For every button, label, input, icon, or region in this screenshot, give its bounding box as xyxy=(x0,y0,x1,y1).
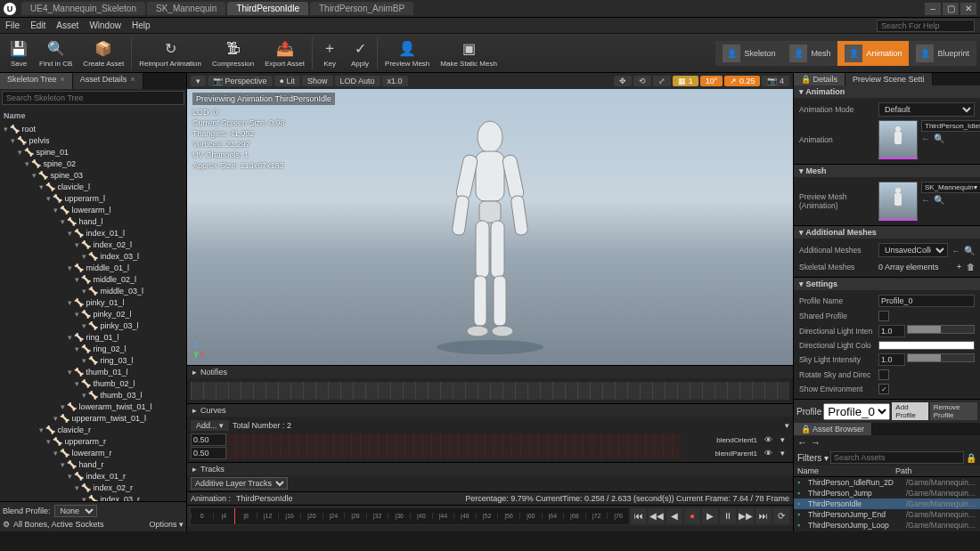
add-element-button[interactable]: ＋ xyxy=(955,261,963,272)
nav-back-button[interactable]: ← xyxy=(797,437,807,448)
use-icon[interactable]: ← xyxy=(921,195,930,205)
tab-skeleton-tree[interactable]: Skeleton Tree× xyxy=(0,73,73,89)
visibility-toggle[interactable]: 👁 xyxy=(761,449,775,458)
mode-animation-button[interactable]: 👤Animation xyxy=(837,41,909,66)
goto-end-button[interactable]: ⏭ xyxy=(755,508,772,524)
bone-node[interactable]: ▾🦴 clavicle_l xyxy=(4,182,183,193)
bone-node[interactable]: ▾🦴 upperarm_l xyxy=(4,193,183,205)
use-icon[interactable]: ← xyxy=(951,246,960,255)
bone-node[interactable]: ▾🦴 lowerarm_twist_01_l xyxy=(4,401,183,413)
bone-node[interactable]: ▾🦴 middle_02_l xyxy=(4,274,183,286)
sky-light-slider[interactable] xyxy=(907,353,975,362)
search-icon[interactable]: 🔍 xyxy=(964,246,975,255)
document-tab[interactable]: ThirdPerson_AnimBP xyxy=(310,2,413,15)
search-icon[interactable]: 🔍 xyxy=(934,195,944,205)
bone-node[interactable]: ▾🦴 thumb_01_l xyxy=(4,367,183,378)
blend-profile-select[interactable]: None xyxy=(54,505,97,517)
asset-search-input[interactable] xyxy=(830,451,964,464)
bone-node[interactable]: ▾🦴 lowerarm_r xyxy=(4,448,183,459)
bone-filter-label[interactable]: All Bones, Active Sockets xyxy=(13,520,104,529)
lit-button[interactable]: ● Lit xyxy=(274,76,300,86)
asset-row[interactable]: ▪ThirdPersonIdle/Game/Mannequin/An xyxy=(794,498,980,509)
shared-profile-checkbox[interactable] xyxy=(878,311,889,321)
help-search-input[interactable] xyxy=(877,20,975,32)
asset-row[interactable]: ▪ThirdPerson_IdleRun_2D/Game/Mannequin/A… xyxy=(794,477,980,488)
bone-node[interactable]: ▾🦴 upperarm_r xyxy=(4,436,183,448)
asset-row[interactable]: ▪ThirdPersonJump_End/Game/Mannequin/An xyxy=(794,509,980,520)
section-additional-meshes[interactable]: ▾ Additional Meshes xyxy=(794,226,980,239)
notify-track[interactable] xyxy=(191,382,789,400)
goto-start-button[interactable]: ⏮ xyxy=(631,508,647,524)
create-asset-button[interactable]: 📦Create Asset xyxy=(78,37,129,69)
bone-node[interactable]: ▾🦴 thumb_02_l xyxy=(4,378,183,390)
add-curve-button[interactable]: Add... ▾ xyxy=(191,420,229,431)
additive-tracks-select[interactable]: Additive Layer Tracks xyxy=(191,477,288,490)
profile-name-input[interactable] xyxy=(878,295,975,307)
document-tab[interactable]: SK_Mannequin xyxy=(147,2,225,15)
mode-mesh-button[interactable]: 👤Mesh xyxy=(782,41,837,66)
filters-dropdown[interactable]: Filters ▾ xyxy=(797,453,829,463)
tracks-header[interactable]: ▸Tracks xyxy=(187,463,793,475)
transform-rotate-button[interactable]: ⟲ xyxy=(633,76,651,86)
play-reverse-button[interactable]: ◀ xyxy=(666,508,682,524)
snap-scale-button[interactable]: ↗ 0.25 xyxy=(724,76,760,86)
minimize-button[interactable]: – xyxy=(925,3,941,15)
asset-row[interactable]: ▪ThirdPersonJump_Start/Game/Mannequin/An xyxy=(794,531,980,531)
bone-node[interactable]: ▾🦴 pinky_03_l xyxy=(4,320,183,332)
bone-node[interactable]: ▾🦴 ring_02_l xyxy=(4,344,183,355)
lod-button[interactable]: LOD Auto xyxy=(335,76,380,86)
snap-angle-button[interactable]: 10° xyxy=(700,76,723,86)
menu-help[interactable]: Help xyxy=(132,20,151,30)
close-button[interactable]: ✕ xyxy=(960,3,976,15)
play-button[interactable]: ▶ xyxy=(702,508,718,524)
menu-file[interactable]: File xyxy=(5,20,20,30)
column-name[interactable]: Name xyxy=(797,466,895,475)
section-settings[interactable]: ▾ Settings xyxy=(794,278,980,290)
curve-track[interactable]: 0.50blendParent1👁▾ xyxy=(191,447,789,459)
section-mesh[interactable]: ▾ Mesh xyxy=(794,165,980,177)
asset-row[interactable]: ▪ThirdPersonJump_Loop/Game/Mannequin/An xyxy=(794,520,980,531)
anim-mode-select[interactable]: Default xyxy=(878,102,975,117)
remove-profile-button[interactable]: Remove Profile xyxy=(930,402,977,420)
add-profile-button[interactable]: Add Profile xyxy=(892,402,927,420)
preview-mesh-button[interactable]: 👤Preview Mesh xyxy=(380,37,435,69)
bone-node[interactable]: ▾🦴 lowerarm_l xyxy=(4,205,183,216)
animation-asset-link[interactable]: ThirdPerson_IdleRun_2D▾ xyxy=(921,120,980,132)
dir-light-color-picker[interactable] xyxy=(878,341,975,350)
use-icon[interactable]: ← xyxy=(921,134,930,143)
curve-value[interactable]: 0.50 xyxy=(191,434,226,446)
show-env-checkbox[interactable]: ✓ xyxy=(878,384,889,394)
skeleton-search-input[interactable] xyxy=(2,91,184,105)
rotate-sky-checkbox[interactable] xyxy=(878,369,889,380)
bone-node[interactable]: ▾🦴 root xyxy=(4,124,183,135)
bone-node[interactable]: ▾🦴 index_03_l xyxy=(4,251,183,263)
bone-node[interactable]: ▾🦴 ring_03_l xyxy=(4,355,183,367)
curve-value[interactable]: 0.50 xyxy=(191,447,226,459)
notifies-header[interactable]: ▸Notifies xyxy=(187,366,793,378)
settings-icon[interactable]: ⚙ xyxy=(3,520,10,529)
bone-node[interactable]: ▾🦴 spine_01 xyxy=(4,147,183,158)
curve-expand-button[interactable]: ▾ xyxy=(785,421,789,430)
pause-button[interactable]: ⏸ xyxy=(720,508,736,524)
lock-icon[interactable]: 🔒 xyxy=(966,453,976,463)
loop-button[interactable]: ⟳ xyxy=(773,508,789,524)
bone-node[interactable]: ▾🦴 upperarm_twist_01_l xyxy=(4,413,183,425)
bone-node[interactable]: ▾🦴 pinky_02_l xyxy=(4,309,183,320)
mode-blueprint-button[interactable]: 👤Blueprint xyxy=(909,41,976,66)
document-tab[interactable]: ThirdPersonIdle xyxy=(227,2,308,15)
mesh-thumbnail[interactable] xyxy=(878,182,918,221)
asset-row[interactable]: ▪ThirdPerson_Jump/Game/Mannequin/An xyxy=(794,488,980,498)
transform-scale-button[interactable]: ⤢ xyxy=(653,76,671,86)
timeline-ruler[interactable]: 0|4|8|12|16|20|24|28|32|36|40|44|48|52|5… xyxy=(191,508,629,524)
snap-grid-button[interactable]: ▦ 1 xyxy=(673,76,698,86)
tab-asset-details[interactable]: Asset Details× xyxy=(73,73,143,89)
menu-window[interactable]: Window xyxy=(89,20,121,30)
make-static-mesh-button[interactable]: ▣Make Static Mesh xyxy=(435,37,502,69)
perspective-button[interactable]: 📷 Perspective xyxy=(208,76,273,86)
bone-node[interactable]: ▾🦴 index_02_r xyxy=(4,482,183,494)
bone-node[interactable]: ▾🦴 spine_03 xyxy=(4,170,183,182)
bone-node[interactable]: ▾🦴 hand_r xyxy=(4,459,183,471)
reimport-animation-button[interactable]: ↻Reimport Animation xyxy=(134,37,207,69)
dir-light-intensity-input[interactable] xyxy=(878,325,905,337)
add-meshes-select[interactable]: UnsavedCollection xyxy=(878,243,948,257)
